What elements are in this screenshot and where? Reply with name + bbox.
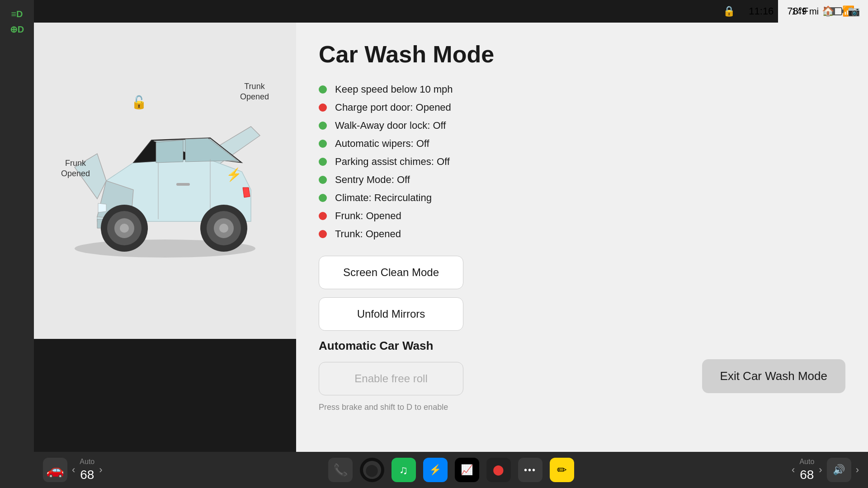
camera-lens: ⬤ bbox=[363, 461, 381, 479]
phone-symbol: 📞 bbox=[333, 463, 348, 477]
status-label-sentry: Sentry Mode: Off bbox=[335, 174, 410, 186]
more-symbol: ••• bbox=[524, 465, 536, 475]
temp-left-decrease[interactable]: ‹ bbox=[72, 464, 75, 476]
exit-car-wash-mode-button[interactable]: Exit Car Wash Mode bbox=[702, 359, 845, 393]
taskbar-left-climate: 🚗 ‹ Auto 68 › bbox=[43, 458, 124, 482]
svg-rect-11 bbox=[176, 183, 190, 186]
svg-point-6 bbox=[120, 224, 129, 233]
press-brake-hint: Press brake and shift to D to enable bbox=[319, 403, 845, 412]
car-icon-taskbar[interactable]: 🚗 bbox=[43, 458, 67, 482]
notes-symbol: ✏ bbox=[557, 463, 567, 477]
unfold-mirrors-button[interactable]: Unfold Mirrors bbox=[319, 297, 463, 331]
temp-left-increase[interactable]: › bbox=[99, 464, 102, 476]
status-item-wipers: Automatic wipers: Off bbox=[319, 138, 845, 150]
headlight-icon-2[interactable]: ⊕D bbox=[10, 24, 24, 35]
status-dot-green-2 bbox=[319, 122, 327, 130]
trunk-label: Trunk Opened bbox=[240, 81, 269, 103]
status-label-charge: Charge port door: Opened bbox=[335, 102, 451, 113]
right-temp-group: Auto 68 bbox=[799, 458, 814, 482]
status-dot-red-2 bbox=[319, 212, 327, 220]
status-item-speed: Keep speed below 10 mph bbox=[319, 84, 845, 95]
dashcam-icon-taskbar[interactable]: ⬤ bbox=[486, 458, 511, 482]
left-sidebar: ≡D ⊕D bbox=[0, 0, 34, 488]
right-temp-label: Auto bbox=[799, 458, 814, 466]
status-dot-green bbox=[319, 85, 327, 94]
headlight-icon-1[interactable]: ≡D bbox=[11, 9, 23, 19]
status-list: Keep speed below 10 mph Charge port door… bbox=[319, 84, 845, 240]
status-item-frunk: Frunk: Opened bbox=[319, 210, 845, 222]
status-label-trunk: Trunk: Opened bbox=[335, 228, 401, 240]
bluetooth-icon-taskbar[interactable]: ⚡ bbox=[423, 458, 448, 482]
phone-icon-taskbar[interactable]: 📞 bbox=[328, 458, 353, 482]
frunk-label: Frunk Opened bbox=[61, 158, 90, 179]
status-item-sentry: Sentry Mode: Off bbox=[319, 174, 845, 186]
left-temp-label: Auto bbox=[80, 458, 94, 466]
temperature-display: 78°F bbox=[787, 5, 808, 17]
spotify-symbol: ♫ bbox=[399, 463, 408, 477]
bluetooth-symbol: ⚡ bbox=[429, 464, 441, 476]
status-bar: 149 mi 🔒 11:16 78°F 🏠 📷 👤 Nuno 📶 bbox=[778, 0, 868, 23]
left-temp-display: 68 bbox=[80, 468, 94, 482]
status-item-charge-port: Charge port door: Opened bbox=[319, 102, 845, 113]
charge-indicator: ⚡ bbox=[226, 167, 242, 182]
temp-right-decrease[interactable]: ‹ bbox=[792, 464, 795, 476]
status-dot-red bbox=[319, 103, 327, 112]
status-dot-red-3 bbox=[319, 230, 327, 238]
time-display: 11:16 bbox=[749, 5, 774, 17]
left-temp-group: Auto 68 bbox=[80, 458, 94, 482]
enable-free-roll-button: Enable free roll bbox=[319, 362, 463, 395]
lock-indicator: 🔓 bbox=[131, 95, 147, 110]
status-dot-green-6 bbox=[319, 194, 327, 202]
page-title: Car Wash Mode bbox=[319, 41, 845, 68]
status-label-parking: Parking assist chimes: Off bbox=[335, 156, 450, 168]
status-item-trunk: Trunk: Opened bbox=[319, 228, 845, 240]
status-label-wipers: Automatic wipers: Off bbox=[335, 138, 429, 150]
stocks-icon-taskbar[interactable]: 📈 bbox=[455, 458, 479, 482]
status-label-frunk: Frunk: Opened bbox=[335, 210, 401, 222]
camera-icon-status: 📷 bbox=[848, 5, 860, 17]
status-center: 🔒 11:16 78°F 🏠 📷 👤 Nuno bbox=[723, 5, 868, 17]
dashcam-symbol: ⬤ bbox=[493, 464, 504, 476]
home-icon: 🏠 bbox=[822, 5, 834, 17]
status-label-climate: Climate: Recirculating bbox=[335, 192, 432, 204]
status-item-walkaway: Walk-Away door lock: Off bbox=[319, 120, 845, 131]
automatic-carwash-title: Automatic Car Wash bbox=[319, 339, 845, 353]
taskbar-center-apps: 📞 ⬤ ♫ ⚡ 📈 ⬤ ••• ✏ bbox=[124, 458, 778, 482]
right-panel: Car Wash Mode Keep speed below 10 mph Ch… bbox=[296, 23, 868, 452]
status-dot-green-5 bbox=[319, 176, 327, 184]
status-dot-green-4 bbox=[319, 158, 327, 166]
stocks-symbol: 📈 bbox=[461, 464, 473, 476]
volume-increase[interactable]: › bbox=[856, 464, 859, 476]
status-label-speed: Keep speed below 10 mph bbox=[335, 84, 453, 95]
taskbar-right-climate: ‹ Auto 68 › 🔊 › bbox=[778, 458, 859, 482]
more-icon-taskbar[interactable]: ••• bbox=[518, 458, 542, 482]
status-label-walkaway: Walk-Away door lock: Off bbox=[335, 120, 446, 131]
lock-icon-status: 🔒 bbox=[723, 5, 735, 17]
status-item-parking: Parking assist chimes: Off bbox=[319, 156, 845, 168]
screen-clean-mode-button[interactable]: Screen Clean Mode bbox=[319, 256, 463, 289]
svg-point-10 bbox=[219, 224, 228, 233]
taskbar: 🚗 ‹ Auto 68 › 📞 ⬤ ♫ ⚡ 📈 ⬤ ••• ✏ bbox=[34, 452, 868, 488]
right-temp-display: 68 bbox=[800, 468, 814, 482]
temp-right-increase[interactable]: › bbox=[819, 464, 822, 476]
car-visual-area: Trunk Opened Frunk Opened 🔓 ⚡ bbox=[34, 23, 296, 339]
notes-icon-taskbar[interactable]: ✏ bbox=[550, 458, 574, 482]
spotify-icon-taskbar[interactable]: ♫ bbox=[392, 458, 416, 482]
camera-app-icon[interactable]: ⬤ bbox=[360, 458, 384, 482]
status-item-climate: Climate: Recirculating bbox=[319, 192, 845, 204]
status-dot-green-3 bbox=[319, 140, 327, 148]
car-diagram: Trunk Opened Frunk Opened 🔓 ⚡ bbox=[52, 68, 278, 294]
volume-icon-taskbar[interactable]: 🔊 bbox=[827, 458, 851, 482]
